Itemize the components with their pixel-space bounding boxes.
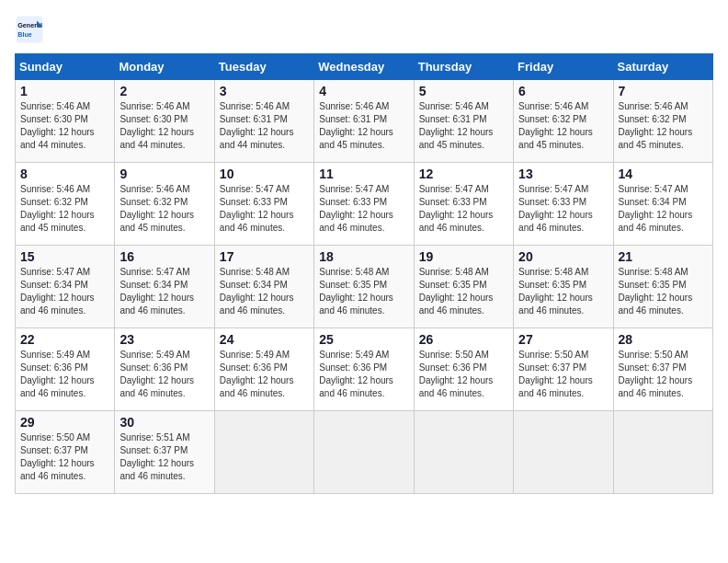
calendar-cell: 13Sunrise: 5:47 AM Sunset: 6:33 PM Dayli…	[514, 163, 613, 246]
day-number: 24	[220, 332, 309, 347]
calendar-cell: 1Sunrise: 5:46 AM Sunset: 6:30 PM Daylig…	[16, 80, 115, 163]
day-info: Sunrise: 5:47 AM Sunset: 6:34 PM Dayligh…	[619, 183, 708, 235]
day-number: 10	[220, 167, 309, 181]
day-info: Sunrise: 5:48 AM Sunset: 6:35 PM Dayligh…	[619, 266, 708, 317]
day-number: 15	[20, 249, 109, 264]
day-info: Sunrise: 5:48 AM Sunset: 6:34 PM Dayligh…	[220, 266, 309, 317]
day-info: Sunrise: 5:46 AM Sunset: 6:32 PM Dayligh…	[119, 183, 209, 235]
calendar-cell: 8Sunrise: 5:46 AM Sunset: 6:32 PM Daylig…	[16, 163, 115, 246]
calendar-cell	[613, 411, 712, 494]
day-number: 12	[419, 167, 508, 181]
calendar-cell	[314, 411, 414, 494]
day-number: 6	[518, 84, 608, 98]
weekday-header-saturday: Saturday	[613, 54, 712, 80]
logo: General Blue	[15, 15, 48, 44]
calendar-cell: 9Sunrise: 5:46 AM Sunset: 6:32 PM Daylig…	[115, 163, 214, 246]
calendar-cell: 24Sunrise: 5:49 AM Sunset: 6:36 PM Dayli…	[214, 328, 313, 411]
day-info: Sunrise: 5:46 AM Sunset: 6:32 PM Dayligh…	[20, 183, 109, 235]
day-info: Sunrise: 5:51 AM Sunset: 6:37 PM Dayligh…	[119, 431, 209, 483]
calendar-cell: 10Sunrise: 5:47 AM Sunset: 6:33 PM Dayli…	[214, 163, 313, 246]
day-info: Sunrise: 5:50 AM Sunset: 6:36 PM Dayligh…	[419, 349, 508, 400]
day-number: 27	[518, 332, 608, 347]
day-number: 18	[319, 249, 408, 264]
day-number: 26	[419, 332, 508, 347]
calendar-cell	[514, 411, 613, 494]
day-info: Sunrise: 5:46 AM Sunset: 6:30 PM Dayligh…	[20, 100, 109, 152]
day-number: 16	[119, 249, 209, 264]
day-info: Sunrise: 5:46 AM Sunset: 6:32 PM Dayligh…	[619, 100, 708, 152]
day-info: Sunrise: 5:47 AM Sunset: 6:33 PM Dayligh…	[220, 183, 309, 235]
day-number: 22	[20, 332, 109, 347]
weekday-header-wednesday: Wednesday	[314, 54, 414, 80]
day-info: Sunrise: 5:50 AM Sunset: 6:37 PM Dayligh…	[619, 349, 708, 400]
day-info: Sunrise: 5:48 AM Sunset: 6:35 PM Dayligh…	[419, 266, 508, 317]
calendar-table: SundayMondayTuesdayWednesdayThursdayFrid…	[15, 53, 713, 494]
calendar-cell: 16Sunrise: 5:47 AM Sunset: 6:34 PM Dayli…	[115, 246, 214, 328]
day-number: 2	[119, 84, 209, 98]
calendar-cell: 21Sunrise: 5:48 AM Sunset: 6:35 PM Dayli…	[613, 246, 712, 328]
day-info: Sunrise: 5:49 AM Sunset: 6:36 PM Dayligh…	[319, 349, 408, 400]
weekday-header-thursday: Thursday	[414, 54, 513, 80]
day-info: Sunrise: 5:50 AM Sunset: 6:37 PM Dayligh…	[518, 349, 608, 400]
day-info: Sunrise: 5:49 AM Sunset: 6:36 PM Dayligh…	[220, 349, 309, 400]
calendar-cell: 27Sunrise: 5:50 AM Sunset: 6:37 PM Dayli…	[514, 328, 613, 411]
day-number: 28	[619, 332, 708, 347]
day-number: 5	[419, 84, 508, 98]
day-number: 14	[619, 167, 708, 181]
day-number: 30	[119, 415, 209, 430]
weekday-header-friday: Friday	[514, 54, 613, 80]
day-number: 7	[619, 84, 708, 98]
day-number: 23	[119, 332, 209, 347]
day-info: Sunrise: 5:46 AM Sunset: 6:31 PM Dayligh…	[319, 100, 408, 152]
calendar-cell: 28Sunrise: 5:50 AM Sunset: 6:37 PM Dayli…	[613, 328, 712, 411]
calendar-cell: 23Sunrise: 5:49 AM Sunset: 6:36 PM Dayli…	[115, 328, 214, 411]
day-number: 11	[319, 167, 408, 181]
calendar-cell: 12Sunrise: 5:47 AM Sunset: 6:33 PM Dayli…	[414, 163, 513, 246]
day-number: 25	[319, 332, 408, 347]
calendar-cell: 29Sunrise: 5:50 AM Sunset: 6:37 PM Dayli…	[16, 411, 115, 494]
day-number: 29	[20, 415, 109, 430]
calendar-cell: 22Sunrise: 5:49 AM Sunset: 6:36 PM Dayli…	[16, 328, 115, 411]
day-number: 21	[619, 249, 708, 264]
calendar-cell	[414, 411, 513, 494]
calendar-cell	[214, 411, 313, 494]
svg-text:Blue: Blue	[17, 30, 32, 39]
day-number: 19	[419, 249, 508, 264]
calendar-cell: 20Sunrise: 5:48 AM Sunset: 6:35 PM Dayli…	[514, 246, 613, 328]
logo-icon: General Blue	[15, 15, 44, 44]
day-number: 1	[20, 84, 109, 98]
calendar-cell: 4Sunrise: 5:46 AM Sunset: 6:31 PM Daylig…	[314, 80, 414, 163]
day-info: Sunrise: 5:46 AM Sunset: 6:30 PM Dayligh…	[119, 100, 209, 152]
day-number: 20	[518, 249, 608, 264]
calendar-cell: 5Sunrise: 5:46 AM Sunset: 6:31 PM Daylig…	[414, 80, 513, 163]
calendar-cell: 25Sunrise: 5:49 AM Sunset: 6:36 PM Dayli…	[314, 328, 414, 411]
day-number: 4	[319, 84, 408, 98]
calendar-cell: 19Sunrise: 5:48 AM Sunset: 6:35 PM Dayli…	[414, 246, 513, 328]
day-info: Sunrise: 5:49 AM Sunset: 6:36 PM Dayligh…	[119, 349, 209, 400]
calendar-cell: 26Sunrise: 5:50 AM Sunset: 6:36 PM Dayli…	[414, 328, 513, 411]
calendar-cell: 15Sunrise: 5:47 AM Sunset: 6:34 PM Dayli…	[16, 246, 115, 328]
day-number: 13	[518, 167, 608, 181]
day-number: 3	[220, 84, 309, 98]
calendar-cell: 17Sunrise: 5:48 AM Sunset: 6:34 PM Dayli…	[214, 246, 313, 328]
day-info: Sunrise: 5:47 AM Sunset: 6:33 PM Dayligh…	[319, 183, 408, 235]
calendar-cell: 3Sunrise: 5:46 AM Sunset: 6:31 PM Daylig…	[214, 80, 313, 163]
day-info: Sunrise: 5:47 AM Sunset: 6:34 PM Dayligh…	[20, 266, 109, 317]
calendar-cell: 7Sunrise: 5:46 AM Sunset: 6:32 PM Daylig…	[613, 80, 712, 163]
day-info: Sunrise: 5:49 AM Sunset: 6:36 PM Dayligh…	[20, 349, 109, 400]
day-info: Sunrise: 5:46 AM Sunset: 6:31 PM Dayligh…	[220, 100, 309, 152]
day-info: Sunrise: 5:46 AM Sunset: 6:32 PM Dayligh…	[518, 100, 608, 152]
weekday-header-monday: Monday	[115, 54, 214, 80]
day-number: 8	[20, 167, 109, 181]
weekday-header-tuesday: Tuesday	[214, 54, 313, 80]
day-info: Sunrise: 5:47 AM Sunset: 6:34 PM Dayligh…	[119, 266, 209, 317]
day-info: Sunrise: 5:48 AM Sunset: 6:35 PM Dayligh…	[319, 266, 408, 317]
weekday-header-sunday: Sunday	[16, 54, 115, 80]
calendar-cell: 18Sunrise: 5:48 AM Sunset: 6:35 PM Dayli…	[314, 246, 414, 328]
day-info: Sunrise: 5:50 AM Sunset: 6:37 PM Dayligh…	[20, 431, 109, 483]
calendar-cell: 2Sunrise: 5:46 AM Sunset: 6:30 PM Daylig…	[115, 80, 214, 163]
calendar-cell: 14Sunrise: 5:47 AM Sunset: 6:34 PM Dayli…	[613, 163, 712, 246]
day-info: Sunrise: 5:47 AM Sunset: 6:33 PM Dayligh…	[419, 183, 508, 235]
calendar-cell: 30Sunrise: 5:51 AM Sunset: 6:37 PM Dayli…	[115, 411, 214, 494]
header: General Blue	[15, 15, 713, 44]
